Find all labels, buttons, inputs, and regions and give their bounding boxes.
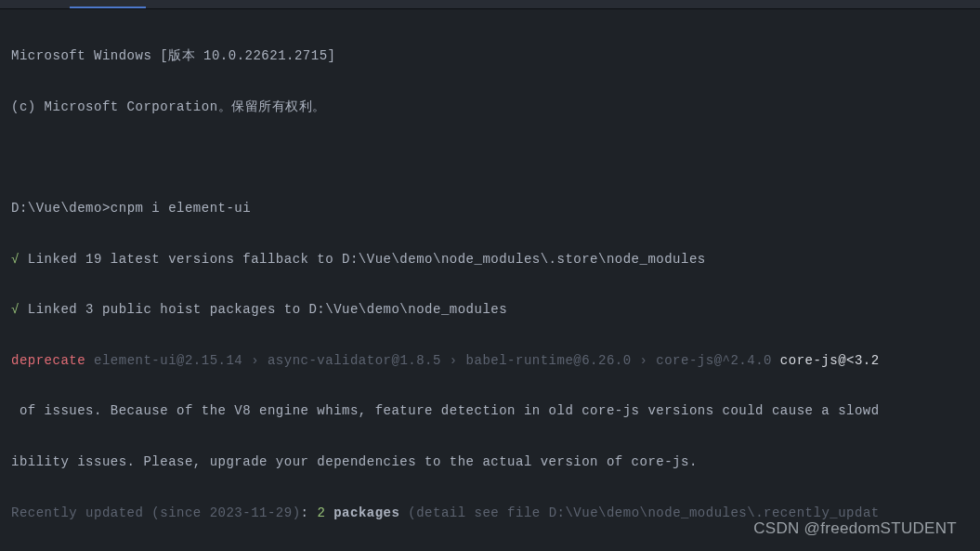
watermark: CSDN @freedomSTUDENT <box>753 513 957 544</box>
linked-text: Linked 19 latest versions fallback to D:… <box>20 252 706 267</box>
active-tab-indicator <box>70 7 146 8</box>
command-line: D:\Vue\demo>cnpm i element-ui <box>11 196 969 221</box>
copyright: (c) Microsoft Corporation。保留所有权利。 <box>11 95 969 120</box>
recent-count: 2 <box>317 505 325 520</box>
linked-line-1: √ Linked 19 latest versions fallback to … <box>11 247 969 272</box>
windows-version: Microsoft Windows [版本 10.0.22621.2715] <box>11 44 969 69</box>
linked-text: Linked 3 public hoist packages to D:\Vue… <box>20 302 507 317</box>
command-text: cnpm i element-ui <box>111 201 251 216</box>
recent-packages: packages <box>325 505 399 520</box>
check-icon: √ <box>11 302 20 317</box>
deprecate-line-2: of issues. Because of the V8 engine whim… <box>11 399 969 424</box>
prompt-path: D:\Vue\demo> <box>11 201 111 216</box>
deprecate-label: deprecate <box>11 353 85 368</box>
recent-colon: : <box>301 505 318 520</box>
recent-prefix: Recently updated (since 2023-11-29) <box>11 505 301 520</box>
check-icon: √ <box>11 252 20 267</box>
terminal-output[interactable]: Microsoft Windows [版本 10.0.22621.2715] (… <box>0 9 980 551</box>
blank-line <box>11 145 969 170</box>
linked-line-2: √ Linked 3 public hoist packages to D:\V… <box>11 297 969 322</box>
deprecate-chain: element-ui@2.15.14 › async-validator@1.8… <box>85 353 780 368</box>
tab-bar <box>0 0 980 9</box>
deprecate-line-3: ibility issues. Please, upgrade your dep… <box>11 450 969 475</box>
deprecate-tail: core-js@<3.2 <box>780 353 880 368</box>
deprecate-line-1: deprecate element-ui@2.15.14 › async-val… <box>11 348 969 374</box>
